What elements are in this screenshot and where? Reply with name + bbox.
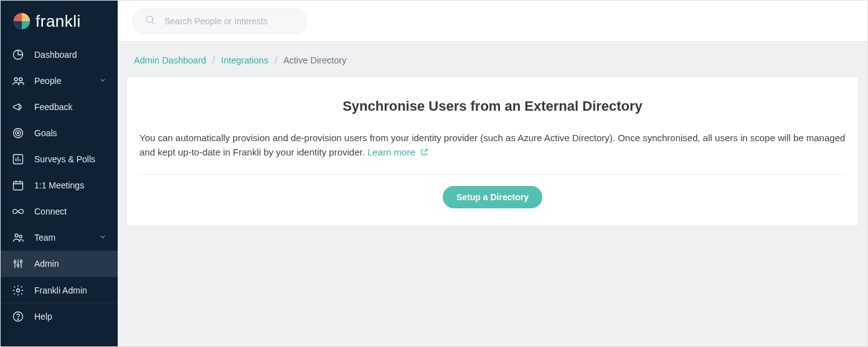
chevron-down-icon [99, 76, 106, 86]
page-description-text: You can automatically provision and de-p… [139, 132, 845, 157]
sidebar-item-label: Feedback [34, 102, 106, 112]
sidebar-item-label: Goals [34, 128, 106, 138]
sidebar: frankli Dashboard People Feedback [1, 1, 118, 346]
sidebar-item-label: Dashboard [34, 50, 106, 60]
sidebar-item-goals[interactable]: Goals [1, 120, 118, 146]
gear-icon [12, 284, 24, 297]
sidebar-item-connect[interactable]: Connect [1, 198, 118, 224]
sidebar-item-surveys[interactable]: Surveys & Polls [1, 146, 118, 172]
page-description: You can automatically provision and de-p… [139, 131, 846, 160]
content: Admin Dashboard / Integrations / Active … [118, 42, 867, 346]
bar-chart-icon [12, 153, 24, 165]
svg-point-3 [19, 78, 22, 81]
sidebar-item-label: Surveys & Polls [34, 154, 106, 164]
svg-point-11 [14, 261, 16, 263]
sidebar-item-feedback[interactable]: Feedback [1, 94, 118, 120]
target-icon [12, 127, 24, 139]
search-input[interactable] [164, 16, 295, 26]
page-title: Synchronise Users from an External Direc… [139, 98, 846, 114]
svg-point-2 [14, 78, 17, 81]
help-icon [12, 310, 24, 323]
sidebar-item-dashboard[interactable]: Dashboard [1, 42, 118, 68]
sidebar-item-help[interactable]: Help [1, 303, 118, 329]
main-area: Admin Dashboard / Integrations / Active … [118, 1, 867, 346]
learn-more-label: Learn more [367, 147, 415, 157]
learn-more-link[interactable]: Learn more [367, 147, 428, 157]
sidebar-item-team[interactable]: Team [1, 224, 118, 251]
sidebar-item-people[interactable]: People [1, 68, 118, 94]
divider [139, 174, 846, 175]
sliders-icon [12, 257, 24, 270]
topbar [118, 1, 867, 42]
svg-point-16 [17, 318, 18, 319]
brand-logo[interactable]: frankli [1, 1, 118, 42]
sidebar-nav: Dashboard People Feedback Goals [1, 42, 118, 329]
svg-point-4 [14, 129, 23, 138]
sidebar-item-label: Help [34, 312, 106, 322]
breadcrumb-link-integrations[interactable]: Integrations [221, 55, 268, 65]
svg-point-12 [17, 264, 19, 266]
megaphone-icon [12, 101, 24, 113]
sidebar-item-label: 1:1 Meetings [34, 180, 106, 190]
breadcrumb-separator: / [275, 55, 277, 65]
sidebar-item-label: Admin [34, 259, 106, 269]
global-search[interactable] [133, 9, 307, 34]
setup-directory-button[interactable]: Setup a Directory [443, 186, 542, 208]
sidebar-item-frankli-admin[interactable]: Frankli Admin [1, 277, 118, 303]
chevron-down-icon [99, 233, 106, 243]
team-icon [12, 231, 24, 244]
svg-point-6 [17, 132, 19, 134]
people-icon [12, 75, 24, 87]
sidebar-item-label: Frankli Admin [34, 285, 106, 295]
pie-chart-icon [12, 49, 24, 61]
svg-point-9 [15, 234, 18, 237]
breadcrumb: Admin Dashboard / Integrations / Active … [126, 55, 859, 76]
search-icon [144, 14, 156, 28]
svg-point-10 [19, 235, 22, 238]
calendar-icon [12, 179, 24, 192]
sidebar-item-label: Team [34, 233, 99, 243]
sidebar-item-label: Connect [34, 206, 106, 216]
svg-point-14 [17, 289, 20, 292]
svg-point-13 [20, 261, 22, 262]
svg-rect-8 [14, 182, 23, 190]
breadcrumb-separator: / [212, 55, 215, 65]
svg-point-5 [16, 131, 21, 136]
sidebar-item-admin[interactable]: Admin [1, 251, 118, 277]
infinity-icon [12, 205, 24, 218]
sidebar-item-meetings[interactable]: 1:1 Meetings [1, 172, 118, 198]
brand-mark-icon [13, 12, 31, 30]
breadcrumb-link-admin-dashboard[interactable]: Admin Dashboard [134, 55, 206, 65]
directory-sync-card: Synchronise Users from an External Direc… [126, 76, 859, 226]
external-link-icon [420, 146, 428, 160]
sidebar-item-label: People [34, 76, 99, 86]
svg-point-17 [146, 16, 153, 23]
breadcrumb-current: Active Directory [283, 55, 347, 65]
brand-name: frankli [35, 12, 81, 31]
